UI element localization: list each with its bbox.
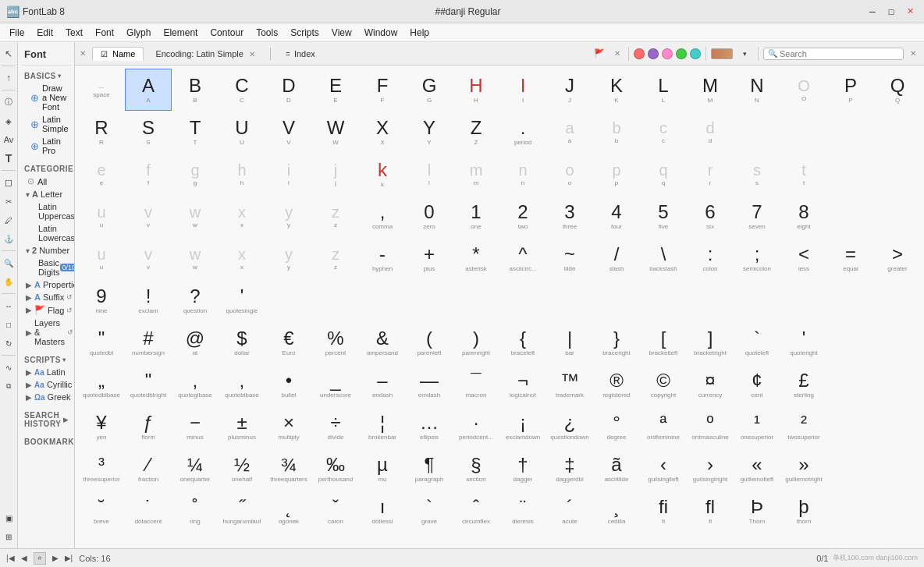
glyph-cell-fi[interactable]: ﬁ fi [640, 490, 687, 532]
glyph-cell-onehalf[interactable]: ½ onehalf [219, 448, 265, 490]
copy-tool[interactable]: ⧉ [0, 377, 17, 395]
glyph-cell-P[interactable]: P P [827, 69, 874, 111]
glyph-cell-t[interactable]: t t [780, 153, 827, 195]
glyph-cell-o[interactable]: o o [546, 153, 593, 195]
glyph-cell-seven[interactable]: 7 seven [734, 195, 780, 237]
glyph-cell-e[interactable]: e e [78, 153, 125, 195]
glyph-cell-ring[interactable]: ˚ ring [172, 490, 219, 532]
glyph-cell-f[interactable]: f f [125, 153, 172, 195]
glyph-cell-numbersign[interactable]: # numbersign [125, 321, 172, 363]
glyph-cell-onesuperior[interactable]: ¹ onesuperior [734, 406, 780, 448]
glyph-cell-quotedblbase[interactable]: „ quotedblbase [78, 363, 125, 406]
sidebar-item-number[interactable]: ▾ 2 Number [21, 244, 71, 257]
glyph-cell-k[interactable]: k k [359, 153, 406, 195]
glyph-cell-v[interactable]: v v [125, 195, 172, 237]
glyph-cell-brokenbar[interactable]: ¦ brokenbar [359, 406, 406, 448]
glyph-cell-W[interactable]: W W [312, 111, 359, 153]
glyph-cell-paragraph[interactable]: ¶ paragraph [406, 448, 453, 490]
glyph-cell-six[interactable]: 6 six [687, 195, 734, 237]
glyph-cell-a[interactable]: a a [546, 111, 593, 153]
glyph-cell-G[interactable]: G G [406, 69, 453, 111]
glyph-cell-D[interactable]: D D [265, 69, 312, 111]
glyph-cell-z[interactable]: z z [312, 195, 359, 237]
glyph-cell-euro[interactable]: € Euro [265, 321, 312, 363]
text-tool[interactable]: T [0, 150, 17, 167]
tab-encoding[interactable]: Encoding: Latin Simple ✕ [147, 47, 264, 61]
sidebar-item-flag[interactable]: ▶ 🚩 Flag ↺ [21, 303, 71, 317]
glyph-cell-daggerdbl[interactable]: ‡ daggerdbl [546, 448, 593, 490]
glyph-cell-underscore[interactable]: _ underscore [312, 363, 359, 406]
glyph-cell-b[interactable]: b b [593, 111, 640, 153]
glyph-cell-Q[interactable]: Q Q [874, 69, 921, 111]
sidebar-item-properties[interactable]: ▶ A Properties ↺ [21, 278, 71, 291]
menu-window[interactable]: Window [358, 26, 404, 40]
glyph-cell-l[interactable]: l l [406, 153, 453, 195]
glyph-cell-empty13[interactable] [453, 279, 499, 321]
menu-tools[interactable]: Tools [250, 26, 284, 40]
glyph-cell-circumflex[interactable]: ˆ circumflex [453, 490, 499, 532]
glyph-cell-emdash[interactable]: — emdash [406, 363, 453, 406]
glyph-cell-divide[interactable]: ÷ divide [312, 406, 359, 448]
glyph-cell-sterling[interactable]: £ sterling [780, 363, 827, 406]
glyph-cell-m[interactable]: m m [453, 153, 499, 195]
glyph-cell-E[interactable]: E E [312, 69, 359, 111]
glyph-cell-d[interactable]: d d [687, 111, 734, 153]
glyph-cell-empty8[interactable] [874, 195, 921, 237]
glyph-cell-periodcentered[interactable]: · periodcent... [453, 406, 499, 448]
menu-contour[interactable]: Contour [204, 26, 250, 40]
glyph-cell-empty23[interactable] [827, 321, 874, 363]
glyph-cell-bar[interactable]: | bar [546, 321, 593, 363]
glyph-cell-florin[interactable]: ƒ florin [125, 406, 172, 448]
glyph-cell-bracketright[interactable]: ] bracketright [687, 321, 734, 363]
glyph-cell-period[interactable]: . period [499, 111, 546, 153]
search-input[interactable] [780, 49, 899, 58]
glyph-cell-i[interactable]: i i [265, 153, 312, 195]
glyph-cell-logicalnot[interactable]: ¬ logicalnot [499, 363, 546, 406]
glyph-cell-equal[interactable]: = equal [827, 237, 874, 279]
glyph-cell-X[interactable]: X X [359, 111, 406, 153]
glyph-cell-quoteleft[interactable]: ` quoteleft [734, 321, 780, 363]
glyph-cell-K[interactable]: K K [593, 69, 640, 111]
color-cyan[interactable] [690, 48, 701, 59]
hand-tool[interactable]: ✋ [0, 273, 17, 290]
nav-prev-start-button[interactable]: |◀ [6, 554, 15, 562]
glyph-cell-comma[interactable]: , comma [359, 195, 406, 237]
glyph-cell-B[interactable]: B B [172, 69, 219, 111]
glyph-cell-zero[interactable]: 0 zero [406, 195, 453, 237]
tab-name[interactable]: ☑ Name [92, 47, 144, 61]
glyph-cell-empty24[interactable] [874, 321, 921, 363]
glyph-cell-dotaccent[interactable]: ˙ dotaccent [125, 490, 172, 532]
sidebar-item-all[interactable]: ⊙ All [21, 175, 71, 188]
glyph-cell-greater[interactable]: > greater [874, 237, 921, 279]
glyph-cell-u2[interactable]: u u [78, 237, 125, 279]
sidebar-item-latin-lowercase[interactable]: Latin Lowercase 0/35 [21, 222, 71, 244]
glyph-cell-empty15[interactable] [546, 279, 593, 321]
glyph-cell-I[interactable]: I I [499, 69, 546, 111]
glyph-cell-degree[interactable]: ° degree [593, 406, 640, 448]
anchor-tool[interactable]: ⚓ [0, 230, 17, 247]
glyph-cell-fraction[interactable]: ⁄ fraction [125, 448, 172, 490]
color-green[interactable] [676, 48, 687, 59]
glyph-cell-space[interactable]: ⎵ space [78, 69, 125, 111]
glyph-cell-S[interactable]: S S [125, 111, 172, 153]
glyph-cell-mu[interactable]: µ mu [359, 448, 406, 490]
glyph-cell-empty7[interactable] [827, 195, 874, 237]
glyph-cell-tilde[interactable]: ~ tilde [546, 237, 593, 279]
glyph-cell-empty3[interactable] [827, 111, 874, 153]
glyph-cell-quotedbl[interactable]: " quotedbl [78, 321, 125, 363]
maximize-button[interactable]: □ [883, 4, 899, 19]
glyph-cell-guilsinglright[interactable]: › guilsinglright [687, 448, 734, 490]
sidebar-item-letter[interactable]: ▾ A Letter [21, 188, 71, 200]
menu-view[interactable]: View [325, 26, 358, 40]
glyph-cell-percent[interactable]: % percent [312, 321, 359, 363]
nav-next-button[interactable]: ▶ [52, 554, 59, 562]
glyph-cell-parenright[interactable]: ) parenright [453, 321, 499, 363]
glyph-cell-quoteblbase[interactable]: ‚ quoteblbase [219, 363, 265, 406]
glyph-cell-r[interactable]: r r [687, 153, 734, 195]
glyph-cell-onequarter[interactable]: ¼ onequarter [172, 448, 219, 490]
glyph-cell-empty28[interactable] [874, 406, 921, 448]
sidebar-item-greek[interactable]: ▶ Ωa Greek [21, 391, 71, 403]
glyph-cell-dotlessi[interactable]: ı dotlessi [359, 490, 406, 532]
glyph-cell-A[interactable]: A A [125, 69, 172, 111]
glyph-cell-u[interactable]: u u [78, 195, 125, 237]
